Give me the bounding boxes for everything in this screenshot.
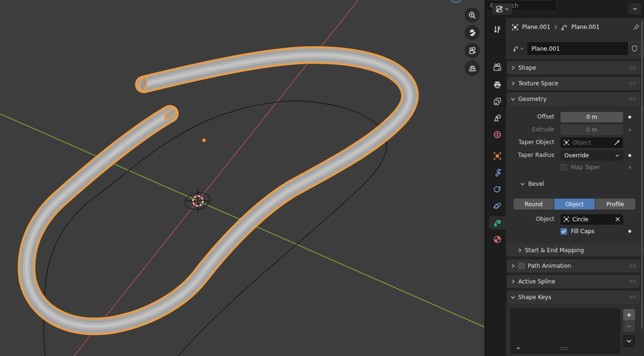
- material-icon: [493, 235, 502, 244]
- taper-object-picker[interactable]: Object: [560, 137, 623, 148]
- tab-render[interactable]: [489, 61, 506, 74]
- panel-drag-grip[interactable]: [629, 265, 636, 267]
- scene-icon: [493, 114, 502, 122]
- object-origin-dot: [203, 139, 206, 142]
- tab-object-data[interactable]: [489, 216, 507, 229]
- chevron-right-icon: [511, 65, 515, 70]
- panel-drag-grip[interactable]: [629, 280, 636, 283]
- zoom-button[interactable]: [465, 8, 480, 23]
- extrude-row: Extrude 0 m: [506, 124, 644, 135]
- object-icon: [563, 216, 569, 222]
- bevel-mode-round[interactable]: Round: [513, 199, 554, 210]
- keyframe-dot[interactable]: [628, 116, 631, 119]
- filter-expand-triangle-icon[interactable]: [517, 346, 521, 350]
- shape-key-add-button[interactable]: [623, 309, 635, 320]
- breadcrumb-object-name[interactable]: Plane.001: [522, 24, 551, 30]
- tab-modifiers[interactable]: [489, 166, 506, 179]
- properties-tab-column: [485, 18, 506, 356]
- taper-radius-row: Taper Radius Override: [506, 150, 644, 161]
- panel-path-animation-header[interactable]: Path Animation: [507, 259, 641, 273]
- clear-x-icon[interactable]: [615, 217, 620, 222]
- fill-caps-checkbox[interactable]: [560, 228, 567, 235]
- subpanel-bevel-header[interactable]: Bevel: [520, 179, 544, 189]
- shape-key-specials-button[interactable]: [623, 335, 635, 347]
- panel-geometry-header[interactable]: Geometry: [507, 92, 641, 106]
- panel-drag-grip[interactable]: [629, 66, 636, 69]
- chevron-right-icon: [517, 248, 522, 253]
- pan-button[interactable]: [465, 25, 480, 40]
- id-name-input[interactable]: Plane.001: [527, 42, 628, 55]
- bevel-mode-object[interactable]: Object: [554, 199, 595, 210]
- tab-object[interactable]: [489, 149, 506, 163]
- tab-output[interactable]: [489, 78, 506, 91]
- panel-drag-grip[interactable]: [629, 82, 636, 85]
- bevel-mode-profile[interactable]: Profile: [595, 199, 635, 210]
- properties-editor-icon: [496, 6, 504, 13]
- chevron-right-icon: [511, 81, 515, 86]
- shield-icon: [631, 45, 638, 52]
- minus-icon: [626, 324, 632, 329]
- panel-shape-header[interactable]: Shape: [507, 61, 641, 74]
- fake-user-shield-button[interactable]: [628, 42, 641, 55]
- keyframe-dot[interactable]: [628, 166, 631, 169]
- chevron-down-icon: [626, 339, 632, 343]
- render-camera-icon: [493, 63, 502, 72]
- map-taper-checkbox[interactable]: [560, 164, 567, 171]
- tab-view-layer[interactable]: [489, 95, 506, 108]
- wrench-icon: [493, 168, 502, 177]
- chevron-down-icon: [615, 154, 619, 157]
- panel-texture-space-header[interactable]: Texture Space: [507, 77, 641, 90]
- tab-separator: [487, 127, 505, 128]
- offset-input[interactable]: 0 m: [560, 112, 623, 122]
- keyframe-dot[interactable]: [628, 230, 631, 233]
- tab-particles[interactable]: [489, 183, 506, 196]
- projection-toggle-button[interactable]: [465, 61, 480, 76]
- camera-view-button[interactable]: [465, 43, 480, 58]
- fill-caps-row: Fill Caps: [506, 227, 644, 236]
- path-animation-checkbox[interactable]: [518, 263, 525, 269]
- bevel-object-picker[interactable]: Circle: [560, 214, 623, 225]
- shape-keys-list[interactable]: [511, 309, 620, 354]
- keyframe-dot[interactable]: [628, 154, 631, 157]
- breadcrumb: Plane.001 Plane.001: [512, 23, 640, 31]
- panel-drag-grip[interactable]: [629, 296, 636, 299]
- 3d-viewport[interactable]: [0, 0, 485, 356]
- bevel-mode-row: Round Object Profile: [506, 199, 644, 210]
- extrude-input[interactable]: 0 m: [560, 125, 623, 135]
- header-options-button[interactable]: [628, 3, 641, 15]
- bevel-object-row: Object Circle: [506, 214, 644, 225]
- tab-scene[interactable]: [489, 111, 506, 125]
- properties-header: Search: [485, 0, 644, 18]
- taper-radius-dropdown[interactable]: Override: [560, 150, 623, 161]
- object-icon: [512, 24, 519, 31]
- eyedropper-icon[interactable]: [614, 139, 620, 146]
- panel-active-spline-header[interactable]: Active Spline: [507, 275, 641, 288]
- properties-scrollbar[interactable]: [641, 21, 643, 329]
- particles-icon: [493, 185, 502, 193]
- shape-key-remove-button[interactable]: [623, 321, 635, 332]
- breadcrumb-data-name[interactable]: Plane.001: [571, 24, 600, 30]
- pin-icon[interactable]: [633, 24, 640, 31]
- curve-data-icon: [513, 46, 519, 52]
- plus-icon: [626, 312, 632, 318]
- chevron-right-icon: [511, 279, 515, 284]
- panel-drag-grip[interactable]: [629, 98, 636, 100]
- chevron-down-icon: [633, 7, 637, 11]
- panel-shape-keys-header[interactable]: Shape Keys: [507, 291, 641, 304]
- tab-tool[interactable]: [489, 23, 506, 36]
- editor-type-button[interactable]: [492, 3, 512, 15]
- keyframe-dot[interactable]: [628, 128, 631, 131]
- subpanel-start-end-mapping-header[interactable]: Start & End Mapping: [507, 244, 641, 256]
- bevel-mode-segmented: Round Object Profile: [513, 199, 635, 210]
- tab-material[interactable]: [489, 233, 506, 246]
- tool-icon: [493, 25, 502, 34]
- chevron-down-icon: [520, 47, 523, 50]
- list-resize-grip[interactable]: [560, 347, 567, 350]
- id-name-row: Plane.001: [509, 42, 641, 55]
- tab-world[interactable]: [489, 128, 506, 141]
- chevron-down-icon: [505, 7, 509, 11]
- chevron-right-icon: [511, 264, 515, 268]
- tab-physics[interactable]: [489, 199, 506, 212]
- id-type-button[interactable]: [509, 42, 527, 55]
- world-icon: [493, 130, 502, 139]
